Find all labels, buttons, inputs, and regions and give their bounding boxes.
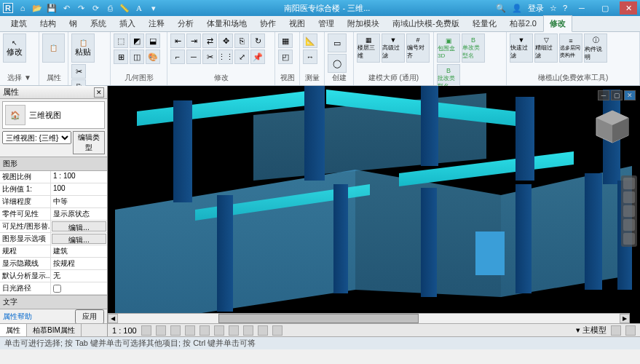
nav-zoom-icon[interactable] [623, 205, 635, 217]
tab-12[interactable]: 南域山快模-免费版 [386, 15, 466, 31]
tab-4[interactable]: 插入 [113, 15, 142, 31]
vp-close-icon[interactable]: ✕ [624, 90, 636, 100]
tab-13[interactable]: 轻量化 [466, 15, 503, 31]
measure-icon[interactable]: 📐 [303, 33, 317, 48]
search-icon[interactable]: 🔍 [496, 4, 506, 13]
3d-viewport[interactable]: ─ ▢ ✕ ◀ ▶ 1 : 100 [108, 86, 640, 336]
close-button[interactable]: ✕ [620, 1, 637, 15]
minimize-button[interactable]: ─ [573, 1, 590, 15]
reveal-icon[interactable] [272, 325, 283, 336]
workset-label[interactable]: ▾ 主模型 [576, 325, 607, 336]
qat-measure-icon[interactable]: 📏 [119, 3, 130, 13]
visual-style-icon[interactable] [156, 325, 166, 336]
nav-look-icon[interactable] [623, 233, 635, 245]
fine-filter-icon[interactable]: ▽精细过滤 [534, 33, 558, 63]
app-menu-icon[interactable]: R [3, 3, 13, 13]
crop-visible-icon[interactable] [229, 325, 239, 336]
scale-icon[interactable]: ⤢ [234, 50, 249, 64]
view-cube[interactable] [592, 106, 633, 147]
tab-bim-properties[interactable]: 柏慕BIM属性 [27, 324, 82, 336]
qat-home-icon[interactable]: ⌂ [17, 3, 28, 13]
props-section[interactable]: 文字 [0, 295, 107, 309]
apply-button[interactable]: 应用 [75, 309, 104, 324]
tab-9[interactable]: 视图 [283, 15, 312, 31]
qat-text-icon[interactable]: A [134, 3, 144, 13]
props-value[interactable]: 编辑... [52, 221, 106, 232]
maximize-button[interactable]: ▢ [596, 1, 614, 15]
tab-6[interactable]: 分析 [171, 15, 200, 31]
qat-redo-icon[interactable]: ↷ [76, 3, 86, 13]
props-value[interactable] [51, 282, 107, 294]
split-icon[interactable]: ✂ [202, 50, 217, 64]
align-icon[interactable]: ⇤ [170, 33, 185, 48]
nav-wheel-icon[interactable] [623, 178, 635, 189]
floor3d-icon[interactable]: ▦楼层三维 [357, 33, 380, 63]
props-value[interactable]: 建筑 [51, 245, 107, 257]
props-section[interactable]: 图形 [0, 157, 107, 171]
temp-hide-icon[interactable] [258, 325, 268, 336]
vp-opt1-icon[interactable] [611, 325, 621, 336]
props-value[interactable]: 编辑... [52, 234, 106, 244]
cut-icon[interactable]: ✂ [71, 64, 86, 79]
detail-level-icon[interactable] [141, 325, 151, 336]
vp-opt2-icon[interactable] [625, 325, 636, 336]
view2-icon[interactable]: ◰ [278, 50, 293, 64]
rotate-icon[interactable]: ↻ [250, 33, 265, 48]
props-value[interactable]: 显示原状态 [51, 208, 107, 220]
scroll-left-icon[interactable]: ◀ [108, 314, 118, 323]
scroll-thumb[interactable] [218, 314, 419, 323]
qat-print-icon[interactable]: ⎙ [105, 3, 115, 13]
tab-8[interactable]: 协作 [253, 15, 283, 31]
props-value[interactable]: 按规程 [51, 258, 107, 269]
mirror-icon[interactable]: ⇄ [202, 33, 217, 48]
horizontal-scrollbar[interactable]: ◀ ▶ [108, 313, 630, 323]
create-icon[interactable]: ▭ [328, 33, 347, 52]
split-face-icon[interactable]: ◫ [130, 50, 144, 64]
pin-icon[interactable]: 📌 [250, 50, 265, 64]
properties-close-icon[interactable]: ✕ [94, 87, 104, 98]
qat-dropdown-icon[interactable]: ▾ [149, 3, 159, 13]
props-value[interactable]: 中等 [51, 196, 107, 207]
favorite-icon[interactable]: ☆ [550, 4, 557, 13]
cut-geom-icon[interactable]: ◩ [130, 33, 144, 48]
create2-icon[interactable]: ◯ [328, 54, 347, 73]
adv-filter-icon[interactable]: ▼高级过滤 [382, 33, 405, 63]
type-selector[interactable]: 🏠 三维视图 [2, 101, 105, 129]
nav-orbit-icon[interactable] [623, 219, 635, 231]
offset-icon[interactable]: ⇥ [186, 33, 201, 48]
help-icon[interactable]: ? [563, 4, 567, 12]
array-icon[interactable]: ⋮⋮ [218, 50, 233, 64]
nav-pan-icon[interactable] [623, 191, 635, 203]
tab-3[interactable]: 系统 [84, 15, 113, 31]
tab-7[interactable]: 体量和场地 [200, 15, 253, 31]
qat-sync-icon[interactable]: ⟳ [90, 3, 100, 13]
bbox3d-icon[interactable]: ▣包围盒3D [437, 33, 460, 63]
tab-properties[interactable]: 属性 [0, 324, 27, 336]
qat-undo-icon[interactable]: ↶ [61, 3, 71, 13]
single-type-icon[interactable]: B单改类型名 [462, 33, 485, 63]
sun-path-icon[interactable] [170, 325, 181, 336]
user-icon[interactable]: 👤 [512, 4, 522, 13]
view-type-select[interactable]: 三维视图: {三维} [2, 131, 71, 144]
paste-icon[interactable]: 📋粘贴 [71, 33, 95, 63]
crop-icon[interactable] [214, 325, 224, 336]
qat-save-icon[interactable]: 💾 [47, 3, 57, 13]
extend-icon[interactable]: ─ [186, 50, 201, 64]
paint-icon[interactable]: 🎨 [146, 50, 160, 64]
cope-icon[interactable]: ⬚ [114, 33, 128, 48]
tab-0[interactable]: 建筑 [4, 15, 33, 31]
tab-15[interactable]: 修改 [543, 15, 572, 32]
copy-mod-icon[interactable]: ⎘ [234, 33, 249, 48]
modify-tool-icon[interactable]: ↖修改 [3, 33, 26, 63]
scroll-right-icon[interactable]: ▶ [620, 314, 630, 323]
login-link[interactable]: 登录 [528, 3, 544, 14]
join-icon[interactable]: ⬓ [146, 33, 160, 48]
props-value[interactable]: 1 : 100 [51, 171, 107, 183]
tab-11[interactable]: 附加模块 [341, 15, 386, 31]
render-icon[interactable] [199, 325, 210, 336]
tab-2[interactable]: 钢 [63, 15, 84, 31]
view-icon[interactable]: ▦ [278, 33, 293, 48]
num-align-icon[interactable]: #编号对齐 [406, 33, 430, 63]
vp-minimize-icon[interactable]: ─ [598, 90, 609, 100]
lock3d-icon[interactable] [243, 325, 253, 336]
